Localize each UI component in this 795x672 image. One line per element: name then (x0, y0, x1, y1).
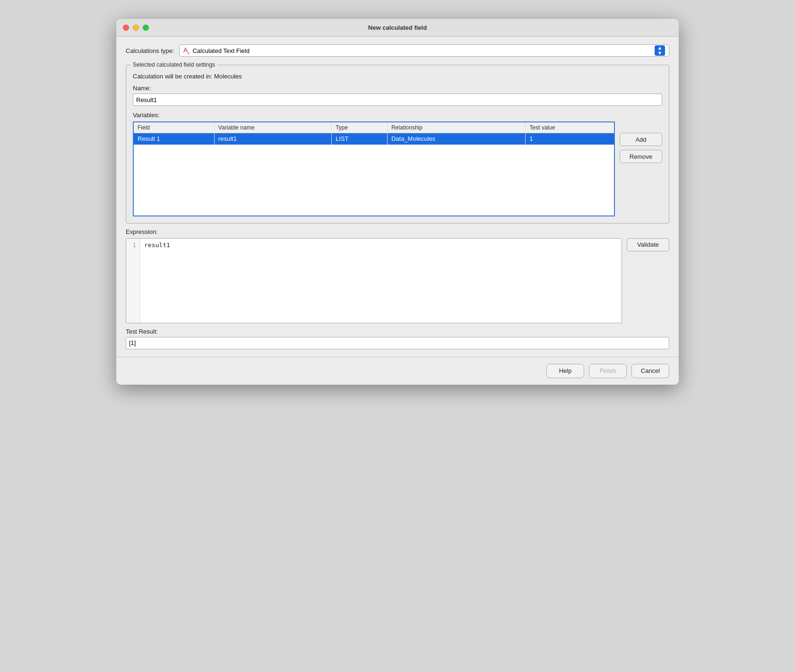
col-test-value: Test value (526, 122, 614, 133)
close-button[interactable] (123, 25, 129, 31)
table-row[interactable]: Result 1result1LISTData_Molecules1 (134, 133, 614, 145)
validate-button[interactable]: Validate (627, 238, 669, 251)
name-label: Name: (133, 85, 662, 92)
col-type: Type (331, 122, 387, 133)
finish-button: Finish (589, 364, 627, 378)
settings-fieldset: Selected calculated field settings Calcu… (126, 61, 669, 224)
creation-info: Calculation will be created in: Molecule… (133, 73, 662, 80)
variables-label: Variables: (133, 112, 662, 119)
test-result-section: Test Result: [1] (126, 328, 669, 349)
dialog-window: New calculated field Calculations type: … (116, 19, 679, 385)
line-numbers: 1 (126, 239, 140, 323)
test-result-value: [1] (126, 337, 669, 349)
expression-label: Expression: (126, 228, 669, 235)
minimize-button[interactable] (133, 25, 139, 31)
expression-section: Expression: 1 result1 Validate (126, 228, 669, 323)
maximize-button[interactable] (143, 25, 149, 31)
help-button[interactable]: Help (546, 364, 584, 378)
test-result-label: Test Result: (126, 328, 669, 335)
variables-table-container: Field Variable name Type Relationship Te… (133, 121, 615, 216)
table-header-row: Field Variable name Type Relationship Te… (134, 122, 614, 133)
bottom-bar: Help Finish Cancel (116, 357, 679, 385)
col-field: Field (134, 122, 214, 133)
variables-table: Field Variable name Type Relationship Te… (134, 122, 614, 215)
window-content: Calculations type: Ac Calculated Text Fi… (116, 37, 679, 357)
fieldset-legend: Selected calculated field settings (131, 61, 217, 68)
expression-row: 1 result1 Validate (126, 238, 669, 323)
select-arrows-icon[interactable]: ▲ ▼ (655, 45, 665, 56)
window-title: New calculated field (368, 24, 427, 31)
calc-type-icon: Ac (183, 46, 190, 55)
col-relationship: Relationship (387, 122, 525, 133)
code-area[interactable]: result1 (140, 239, 622, 323)
calc-type-select[interactable]: Ac Calculated Text Field ▲ ▼ (179, 44, 669, 57)
empty-space (134, 145, 614, 215)
traffic-lights (123, 25, 149, 31)
titlebar: New calculated field (116, 19, 679, 37)
cancel-button[interactable]: Cancel (631, 364, 669, 378)
col-variable-name: Variable name (214, 122, 331, 133)
side-buttons: Add Remove (620, 121, 662, 163)
calc-type-row: Calculations type: Ac Calculated Text Fi… (126, 44, 669, 57)
variables-section: Field Variable name Type Relationship Te… (133, 121, 662, 216)
expression-editor[interactable]: 1 result1 (126, 238, 622, 323)
name-input[interactable] (133, 94, 662, 106)
validate-btn-wrapper: Validate (627, 238, 669, 251)
remove-button[interactable]: Remove (620, 150, 662, 163)
calc-type-value: Calculated Text Field (192, 47, 655, 54)
calc-type-label: Calculations type: (126, 47, 174, 54)
add-button[interactable]: Add (620, 133, 662, 146)
